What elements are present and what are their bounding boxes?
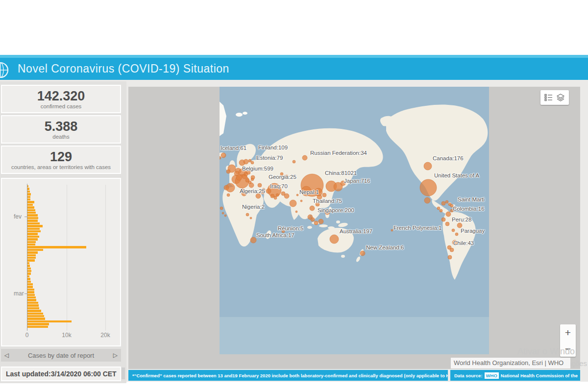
case-bubble[interactable]: [391, 229, 393, 231]
chart-bar: [27, 193, 31, 195]
case-bubble[interactable]: [224, 215, 226, 217]
country-label: Algeria:25: [240, 188, 265, 194]
case-bubble[interactable]: [441, 218, 445, 221]
case-bubble[interactable]: [420, 179, 437, 196]
chart-bar: [27, 220, 38, 221]
chart-bar: [27, 304, 39, 306]
case-bubble[interactable]: [246, 213, 249, 216]
disclaimer-bar: *“Confirmed” cases reported between 13 a…: [128, 370, 448, 381]
case-bubble[interactable]: [290, 200, 296, 207]
datasource-suffix: National Health Commission of the: [501, 373, 578, 378]
case-bubble[interactable]: [447, 245, 451, 249]
case-bubble[interactable]: [251, 175, 255, 179]
datasource-prefix: Data source:: [454, 373, 483, 378]
case-bubble[interactable]: [437, 207, 440, 210]
last-updated-bar: Last updated:3/14/2020 06:00 CET: [1, 367, 121, 381]
case-bubble[interactable]: [236, 174, 242, 180]
chart-bar: [27, 283, 33, 285]
case-bubble[interactable]: [448, 255, 452, 259]
who-datasource-link[interactable]: WHO: [485, 372, 499, 379]
chart-bar: [27, 230, 41, 232]
case-bubble[interactable]: [445, 200, 448, 203]
datasource-bar: Data source: WHO National Health Commiss…: [450, 370, 580, 381]
case-bubble[interactable]: [310, 206, 315, 211]
stat-countries: 129 countries, areas or territories with…: [1, 146, 121, 174]
cases-by-date-chart[interactable]: fev mar 0 10k 20k: [1, 178, 121, 346]
confirmed-cases-label: confirmed cases: [2, 103, 120, 109]
case-bubble[interactable]: [296, 194, 298, 196]
case-bubble[interactable]: [330, 235, 339, 244]
tick-mar: [24, 294, 27, 294]
case-bubble[interactable]: [244, 159, 248, 164]
chart-bar: [27, 254, 36, 256]
case-bubble[interactable]: [446, 212, 451, 217]
case-bubble[interactable]: [256, 194, 261, 198]
case-bubble[interactable]: [302, 155, 307, 160]
case-bubble[interactable]: [360, 251, 365, 256]
case-bubble[interactable]: [250, 217, 252, 219]
case-bubble[interactable]: [250, 237, 256, 243]
chart-bar: [27, 233, 38, 235]
map-attribution[interactable]: World Health Organization, Esri | WHO: [451, 358, 570, 368]
country-label: South Africa:17: [256, 232, 294, 238]
chart-bar: [27, 296, 36, 298]
chart-bar: [27, 249, 43, 251]
case-bubble[interactable]: [295, 211, 297, 213]
case-bubble[interactable]: [220, 207, 223, 210]
case-bubble[interactable]: [314, 221, 318, 225]
case-bubble[interactable]: [424, 197, 430, 203]
case-bubble[interactable]: [322, 193, 326, 197]
chart-bar: [27, 225, 43, 227]
case-bubble[interactable]: [258, 183, 262, 187]
chart-bar: [27, 265, 30, 267]
case-bubble[interactable]: [276, 194, 279, 196]
case-bubble[interactable]: [318, 219, 323, 224]
chart-bar: [27, 251, 38, 253]
case-bubble[interactable]: [249, 183, 254, 188]
legend-icon[interactable]: [544, 94, 553, 101]
case-bubble[interactable]: [440, 209, 442, 212]
case-bubble[interactable]: [457, 223, 462, 228]
case-bubble-layer[interactable]: [220, 87, 489, 354]
disclaimer-text: *“Confirmed” cases reported between 13 a…: [132, 373, 448, 378]
case-bubble[interactable]: [311, 218, 315, 221]
chart-bar: [27, 204, 33, 206]
map-tiles[interactable]: Iceland:61Finland:109Estonia:79Belgium:5…: [220, 87, 489, 354]
country-label: Singapore:200: [318, 207, 354, 213]
country-label: United States of A: [434, 172, 479, 178]
case-bubble[interactable]: [293, 160, 295, 163]
case-bubble[interactable]: [222, 212, 224, 214]
next-chart-arrow[interactable]: ▷: [113, 352, 118, 359]
case-bubble[interactable]: [452, 229, 455, 232]
case-bubble[interactable]: [251, 161, 254, 164]
case-bubble[interactable]: [226, 170, 230, 173]
country-label: Japan:716: [344, 178, 370, 184]
case-bubble[interactable]: [424, 162, 432, 170]
deaths-label: deaths: [2, 134, 120, 140]
windows-activation-watermark: Ativar o Windo: [517, 346, 575, 357]
case-bubble[interactable]: [266, 189, 271, 194]
map-container[interactable]: Iceland:61Finland:109Estonia:79Belgium:5…: [128, 87, 580, 369]
chart-bar: [27, 315, 44, 317]
case-bubble[interactable]: [455, 233, 458, 236]
case-bubble[interactable]: [441, 201, 445, 205]
case-bubble[interactable]: [221, 153, 226, 158]
case-bubble[interactable]: [227, 194, 230, 196]
case-bubble[interactable]: [274, 196, 277, 199]
case-bubble[interactable]: [224, 185, 229, 190]
chart-bar: [27, 291, 34, 293]
deaths-value: 5.388: [2, 119, 120, 134]
zoom-in-button[interactable]: +: [560, 324, 576, 341]
case-bubble[interactable]: [445, 222, 449, 226]
chart-bar: [27, 294, 35, 296]
sidebar-scrollbar-thumb[interactable]: [122, 368, 125, 379]
case-bubble[interactable]: [300, 200, 302, 202]
chart-bar: [27, 307, 39, 309]
chart-bar: [27, 275, 29, 277]
layers-icon[interactable]: [556, 94, 565, 101]
case-bubble[interactable]: [284, 194, 289, 198]
prev-chart-arrow[interactable]: ◁: [4, 352, 9, 359]
app-header: Novel Coronavirus (COVID-19) Situation: [0, 55, 588, 80]
chart-bar: [27, 191, 30, 193]
case-bubble[interactable]: [220, 156, 221, 159]
